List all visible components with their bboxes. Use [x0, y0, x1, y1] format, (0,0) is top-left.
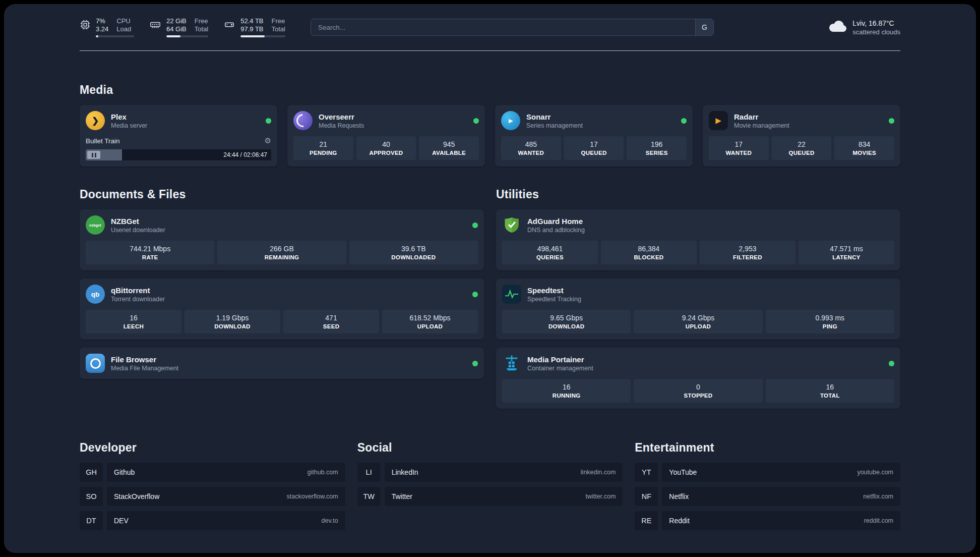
now-playing-title: Bullet Train [86, 137, 120, 145]
bookmark-name: DEV [114, 517, 129, 525]
bookmark-url: stackoverflow.com [287, 493, 338, 500]
ram-total-label: Total [195, 25, 208, 33]
stat-tile: 2,953 FILTERED [700, 241, 795, 264]
service-name: Overseerr [319, 113, 364, 121]
bookmark-abbr: SO [80, 487, 103, 506]
bookmark-url: reddit.com [864, 517, 893, 524]
service-card-sonarr[interactable]: ▸ Sonarr Series management 485 WANTED 17… [495, 105, 693, 166]
stat-tile: 471 SEED [283, 310, 379, 333]
bookmark-reddit[interactable]: RE Reddit reddit.com [635, 511, 900, 530]
bookmark-stackoverflow[interactable]: SO StackOverflow stackoverflow.com [80, 487, 345, 506]
bookmark-abbr: GH [80, 463, 103, 482]
cpu-icon [80, 19, 91, 30]
service-card-nzbget[interactable]: nzbget NZBGet Usenet downloader 744.21 M… [80, 209, 484, 270]
service-card-qbittorrent[interactable]: qb qBittorrent Torrent downloader 16 LEE… [80, 278, 484, 340]
stat-tile: 9.24 Gbps UPLOAD [634, 310, 762, 333]
stat-tile: 196 SERIES [627, 136, 687, 160]
dashboard-panel: 7% 3.24 CPU Load [4, 4, 976, 553]
service-name: Sonarr [526, 113, 583, 121]
section-title-developer: Developer [80, 441, 345, 455]
bookmark-twitter[interactable]: TW Twitter twitter.com [357, 487, 623, 506]
stat-tile: 485 WANTED [501, 136, 561, 160]
disk-total-label: Total [272, 25, 285, 33]
playback-progress-bar[interactable]: 24:44 / 02:06:47 [86, 149, 271, 160]
stat-tile: 0 STOPPED [634, 379, 762, 403]
sonarr-icon: ▸ [501, 111, 520, 130]
bookmark-name: LinkedIn [392, 468, 418, 476]
stat-tile: 47.571 ms LATENCY [799, 241, 894, 264]
stat-tile: 498,461 QUERIES [502, 241, 598, 264]
bookmark-linkedin[interactable]: LI LinkedIn linkedin.com [357, 463, 623, 482]
status-dot [472, 222, 478, 228]
search-engine-button[interactable]: G [695, 19, 713, 35]
bookmark-dev[interactable]: DT DEV dev.to [80, 511, 345, 530]
bookmark-url: linkedin.com [581, 469, 616, 476]
pause-icon[interactable] [87, 151, 100, 159]
service-subtitle: Media File Management [111, 365, 178, 372]
service-card-filebrowser[interactable]: File Browser Media File Management [80, 348, 484, 379]
bookmark-netflix[interactable]: NF Netflix netflix.com [635, 487, 900, 506]
service-name: Plex [111, 113, 147, 121]
playback-time: 24:44 / 02:06:47 [223, 149, 267, 160]
search-bar: G [311, 19, 714, 36]
stat-tile: 16 LEECH [86, 310, 181, 333]
service-name: Speedtest [527, 286, 581, 295]
service-name: NZBGet [111, 217, 165, 226]
qbittorrent-icon: qb [86, 285, 105, 304]
service-card-overseerr[interactable]: Overseerr Media Requests 21 PENDING 40 A… [287, 105, 485, 166]
plex-icon: ❯ [86, 111, 105, 130]
cpu-label: CPU [116, 17, 131, 25]
service-card-plex[interactable]: ❯ Plex Media server Bullet Train ⚙ 24:44… [80, 105, 277, 166]
search-input[interactable] [311, 19, 695, 35]
stat-tile: 618.52 Mbps UPLOAD [382, 310, 478, 333]
status-dot [889, 361, 894, 366]
service-subtitle: Usenet downloader [111, 227, 165, 234]
bookmark-abbr: YT [635, 463, 658, 482]
weather-location: Lviv, 16.87°C [852, 19, 900, 27]
ram-free: 22 GiB [166, 17, 187, 25]
stat-tile: 834 MOVIES [834, 136, 894, 160]
top-bar: 7% 3.24 CPU Load [80, 4, 900, 37]
section-title-media: Media [80, 83, 900, 97]
section-title-utilities: Utilities [496, 188, 900, 201]
service-subtitle: Speedtest Tracking [527, 296, 581, 303]
service-card-portainer[interactable]: Media Portainer Container management 16 … [496, 348, 900, 409]
disk-usage-bar [240, 35, 285, 37]
weather-widget: Lviv, 16.87°C scattered clouds [828, 19, 900, 36]
service-name: Radarr [734, 113, 789, 121]
ram-stat-widget: 22 GiB 64 GiB Free Total [149, 17, 208, 37]
stat-tile: 266 GB REMAINING [217, 241, 346, 264]
bookmark-name: StackOverflow [114, 492, 159, 500]
service-card-radarr[interactable]: ▶ Radarr Movie management 17 WANTED 22 Q… [703, 105, 900, 166]
status-dot [473, 118, 479, 124]
bookmark-url: youtube.com [857, 469, 893, 476]
bookmark-name: Twitter [392, 492, 412, 500]
header-divider [80, 50, 900, 51]
service-subtitle: Container management [527, 365, 593, 372]
bookmark-name: Netflix [669, 492, 689, 500]
portainer-icon [502, 354, 521, 373]
cpu-stat-widget: 7% 3.24 CPU Load [80, 17, 134, 37]
service-card-adguard[interactable]: AdGuard Home DNS and adblocking 498,461 … [496, 209, 900, 270]
status-dot [472, 361, 478, 366]
stat-tile: 17 WANTED [709, 136, 769, 160]
service-name: qBittorrent [111, 286, 165, 295]
service-subtitle: Torrent downloader [111, 296, 165, 303]
stat-tile: 39.6 TB DOWNLOADED [349, 241, 478, 264]
cpu-load: 3.24 [96, 25, 108, 33]
bookmark-name: Reddit [669, 517, 689, 525]
bookmark-abbr: DT [80, 511, 103, 530]
stat-tile: 22 QUEUED [772, 136, 832, 160]
bookmark-abbr: TW [357, 487, 381, 506]
bookmark-github[interactable]: GH Github github.com [80, 463, 345, 482]
bookmark-abbr: LI [357, 463, 381, 482]
bookmark-youtube[interactable]: YT YouTube youtube.com [635, 463, 900, 482]
stat-tile: 744.21 Mbps RATE [86, 241, 214, 264]
service-card-speedtest[interactable]: Speedtest Speedtest Tracking 9.65 Gbps D… [496, 278, 900, 340]
cloud-icon [828, 20, 846, 35]
gear-icon[interactable]: ⚙ [265, 136, 271, 145]
service-subtitle: Movie management [734, 122, 789, 129]
bookmark-name: YouTube [669, 468, 697, 476]
section-title-documents: Documents & Files [80, 188, 484, 201]
disk-stat-widget: 52.4 TB 97.9 TB Free Total [223, 17, 285, 37]
